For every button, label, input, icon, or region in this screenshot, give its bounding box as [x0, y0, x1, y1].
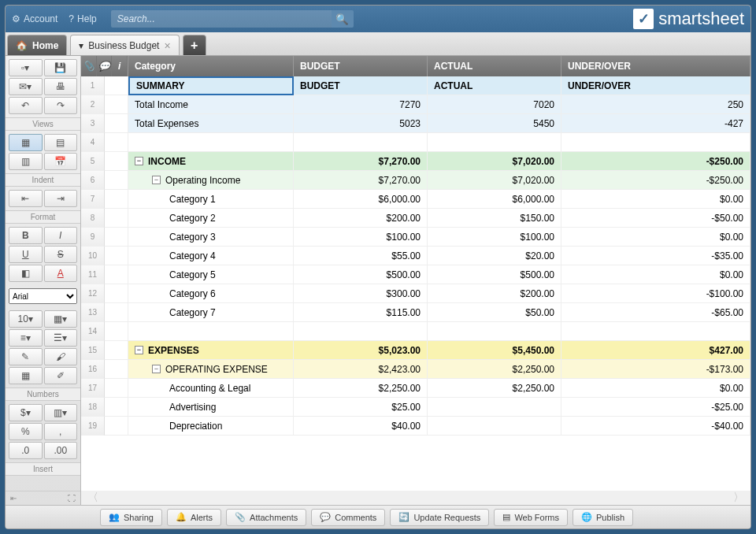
- table-row[interactable]: 12Category 6$300.00$200.00-$100.00: [81, 284, 750, 303]
- cell-underover[interactable]: -$250.00: [561, 171, 750, 190]
- cell-underover[interactable]: $0.00: [561, 190, 750, 209]
- row-number[interactable]: 6: [81, 171, 105, 190]
- save-button[interactable]: 💾: [44, 59, 78, 76]
- row-number[interactable]: 5: [81, 152, 105, 171]
- horizontal-scrollbar[interactable]: 〈〉: [81, 491, 750, 505]
- publish-button[interactable]: 🌐Publish: [573, 509, 633, 526]
- scroll-right-icon[interactable]: 〉: [733, 491, 744, 505]
- comments-button[interactable]: 💬Comments: [311, 509, 385, 526]
- cell-actual[interactable]: $5,450.00: [428, 341, 561, 360]
- grid-view-button[interactable]: ▦: [9, 134, 43, 151]
- fill-color-button[interactable]: ◧: [9, 265, 43, 282]
- cell-category[interactable]: [128, 322, 294, 341]
- cell-budget[interactable]: $115.00: [294, 303, 428, 322]
- row-number[interactable]: 17: [81, 379, 105, 398]
- new-sheet-button[interactable]: ▫▾: [9, 59, 43, 76]
- table-row[interactable]: 16−OPERATING EXPENSE$2,423.00$2,250.00-$…: [81, 360, 750, 379]
- collapse-icon[interactable]: −: [135, 346, 143, 354]
- cell-category[interactable]: Category 7: [128, 303, 294, 322]
- grid-body[interactable]: 1SUMMARYBUDGETACTUALUNDER/OVER2Total Inc…: [81, 76, 750, 491]
- table-row[interactable]: 7Category 1$6,000.00$6,000.00$0.00: [81, 190, 750, 209]
- align-h-button[interactable]: ≡▾: [9, 329, 43, 347]
- clear-format-button[interactable]: ✐: [44, 367, 78, 384]
- border-button[interactable]: ▦▾: [44, 310, 78, 328]
- info-col-icon[interactable]: i: [112, 56, 128, 76]
- cell-actual[interactable]: $20.00: [428, 247, 561, 265]
- cell-actual[interactable]: [428, 133, 561, 152]
- alerts-button[interactable]: 🔔Alerts: [167, 509, 221, 526]
- row-number[interactable]: 1: [81, 76, 105, 95]
- table-row[interactable]: 18Advertising$25.00-$25.00: [81, 398, 750, 417]
- dec-increase-button[interactable]: .0: [9, 442, 43, 459]
- cell-actual[interactable]: $150.00: [428, 209, 561, 228]
- cell-actual[interactable]: $7,020.00: [428, 152, 561, 171]
- table-row[interactable]: 17Accounting & Legal$2,250.00$2,250.00$0…: [81, 379, 750, 398]
- cell-category[interactable]: −INCOME: [128, 152, 294, 171]
- table-row[interactable]: 9Category 3$100.00$100.00$0.00: [81, 228, 750, 247]
- format-painter-button[interactable]: 🖌: [44, 348, 78, 365]
- date-format-button[interactable]: ▥▾: [44, 404, 78, 421]
- cell-category[interactable]: Advertising: [128, 398, 294, 417]
- row-number[interactable]: 12: [81, 284, 105, 303]
- row-number[interactable]: 11: [81, 265, 105, 284]
- cell-category[interactable]: Category 2: [128, 209, 294, 228]
- cell-actual[interactable]: $200.00: [428, 284, 561, 303]
- undo-button[interactable]: ↶: [9, 97, 43, 114]
- fullscreen-icon[interactable]: ⛶: [68, 494, 76, 502]
- cell-underover[interactable]: 250: [561, 95, 750, 114]
- help-link[interactable]: ?Help: [69, 13, 96, 24]
- comment-col-icon[interactable]: 💬: [97, 56, 113, 76]
- table-row[interactable]: 14: [81, 322, 750, 341]
- cell-actual[interactable]: [428, 417, 561, 436]
- table-row[interactable]: 13Category 7$115.00$50.00-$65.00: [81, 303, 750, 322]
- cell-underover[interactable]: UNDER/OVER: [561, 76, 750, 95]
- cond-format-button[interactable]: ▦: [9, 367, 43, 384]
- cell-budget[interactable]: $6,000.00: [294, 190, 428, 209]
- cell-category[interactable]: Category 5: [128, 265, 294, 284]
- cell-budget[interactable]: $55.00: [294, 247, 428, 265]
- cell-actual[interactable]: $7,020.00: [428, 171, 561, 190]
- cell-category[interactable]: −Operating Income: [128, 171, 294, 190]
- cell-budget[interactable]: $2,423.00: [294, 360, 428, 379]
- tab-sheet[interactable]: ▾Business Budget×: [70, 35, 179, 55]
- cell-budget[interactable]: $200.00: [294, 209, 428, 228]
- attachments-button[interactable]: 📎Attachments: [226, 509, 306, 526]
- table-row[interactable]: 4: [81, 133, 750, 152]
- table-row[interactable]: 3Total Expenses50235450-427: [81, 114, 750, 133]
- cell-budget[interactable]: $7,270.00: [294, 152, 428, 171]
- cell-budget[interactable]: $25.00: [294, 398, 428, 417]
- row-number[interactable]: 13: [81, 303, 105, 322]
- cell-underover[interactable]: -$100.00: [561, 284, 750, 303]
- cell-budget[interactable]: $2,250.00: [294, 379, 428, 398]
- font-select[interactable]: Arial: [9, 288, 77, 304]
- goto-start-icon[interactable]: ⇤: [10, 494, 17, 502]
- col-header-category[interactable]: Category: [128, 56, 294, 76]
- close-icon[interactable]: ×: [164, 39, 170, 52]
- cell-actual[interactable]: $2,250.00: [428, 360, 561, 379]
- cell-budget[interactable]: $500.00: [294, 265, 428, 284]
- dec-decrease-button[interactable]: .00: [44, 442, 78, 459]
- text-color-button[interactable]: A: [44, 265, 78, 282]
- italic-button[interactable]: I: [44, 227, 78, 244]
- row-number[interactable]: 16: [81, 360, 105, 379]
- cell-budget[interactable]: BUDGET: [294, 76, 428, 95]
- search-button[interactable]: 🔍: [332, 10, 354, 28]
- row-number[interactable]: 15: [81, 341, 105, 360]
- mail-button[interactable]: ✉▾: [9, 78, 43, 95]
- cell-actual[interactable]: [428, 322, 561, 341]
- cell-actual[interactable]: 7020: [428, 95, 561, 114]
- cell-category[interactable]: Depreciation: [128, 417, 294, 436]
- cell-category[interactable]: −OPERATING EXPENSE: [128, 360, 294, 379]
- cell-budget[interactable]: $100.00: [294, 228, 428, 247]
- cell-actual[interactable]: [428, 398, 561, 417]
- cell-actual[interactable]: $2,250.00: [428, 379, 561, 398]
- col-header-actual[interactable]: ACTUAL: [428, 56, 561, 76]
- tab-home[interactable]: 🏠Home: [7, 35, 67, 55]
- cell-category[interactable]: [128, 133, 294, 152]
- table-row[interactable]: 11Category 5$500.00$500.00$0.00: [81, 265, 750, 284]
- web-forms-button[interactable]: ▤Web Forms: [494, 509, 568, 526]
- cell-category[interactable]: SUMMARY: [128, 76, 294, 95]
- sharing-button[interactable]: 👥Sharing: [100, 509, 162, 526]
- row-number[interactable]: 7: [81, 190, 105, 209]
- card-view-button[interactable]: ▥: [9, 153, 43, 170]
